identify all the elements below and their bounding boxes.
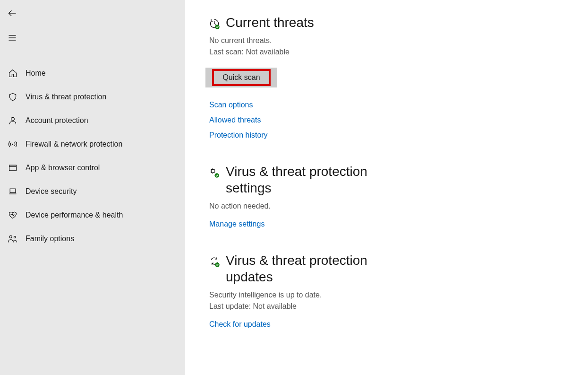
sidebar-item-label: Firewall & network protection: [21, 140, 122, 148]
main-content: Current threats No current threats. Last…: [185, 0, 588, 375]
svg-rect-6: [9, 165, 17, 171]
back-button[interactable]: [3, 4, 22, 23]
refresh-icon: [209, 252, 223, 267]
app-root: Home Virus & threat protection: [0, 0, 588, 375]
settings-status: No action needed.: [209, 202, 569, 210]
manage-settings-link[interactable]: Manage settings: [209, 220, 569, 228]
protection-settings-section: Virus & threat protection settings No ac…: [209, 163, 569, 228]
gears-icon: [209, 163, 223, 178]
svg-rect-8: [10, 189, 16, 192]
sidebar-item-label: Virus & threat protection: [21, 93, 106, 101]
protection-updates-title: Virus & threat protection updates: [226, 252, 401, 285]
window-icon: [5, 163, 21, 173]
sidebar-item-account[interactable]: Account protection: [0, 109, 185, 132]
svg-point-4: [11, 117, 15, 121]
sidebar-item-label: App & browser control: [21, 164, 100, 172]
svg-line-18: [214, 172, 215, 173]
sidebar-item-device-security[interactable]: Device security: [0, 180, 185, 203]
svg-line-20: [214, 169, 215, 170]
sidebar: Home Virus & threat protection: [0, 0, 185, 375]
svg-point-9: [9, 235, 12, 238]
sidebar-item-app-browser[interactable]: App & browser control: [0, 156, 185, 180]
svg-point-11: [215, 25, 219, 29]
sidebar-item-label: Family options: [21, 235, 74, 243]
allowed-threats-link[interactable]: Allowed threats: [209, 116, 569, 124]
quick-scan-button[interactable]: Quick scan: [212, 69, 270, 86]
sidebar-item-firewall[interactable]: Firewall & network protection: [0, 132, 185, 156]
threats-status-none: No current threats.: [209, 36, 569, 45]
current-threats-section: Current threats No current threats. Last…: [209, 14, 569, 140]
shield-icon: [5, 92, 21, 102]
person-icon: [5, 116, 21, 125]
arrow-left-icon: [8, 9, 17, 18]
sidebar-item-virus-threat[interactable]: Virus & threat protection: [0, 85, 185, 109]
sidebar-item-family[interactable]: Family options: [0, 227, 185, 251]
sidebar-item-label: Home: [21, 69, 46, 78]
sidebar-top: [0, 0, 185, 47]
history-shield-icon: [209, 14, 223, 29]
quick-scan-button-wrap: Quick scan: [205, 68, 277, 87]
sidebar-item-label: Account protection: [21, 116, 88, 125]
protection-updates-section: Virus & threat protection updates Securi…: [209, 252, 569, 329]
laptop-icon: [5, 187, 21, 196]
sidebar-item-performance[interactable]: Device performance & health: [0, 203, 185, 227]
svg-point-21: [214, 173, 219, 177]
check-updates-link[interactable]: Check for updates: [209, 320, 569, 329]
svg-point-10: [14, 236, 16, 238]
svg-line-19: [211, 172, 212, 173]
hamburger-button[interactable]: [3, 28, 22, 47]
threats-last-scan: Last scan: Not available: [209, 48, 569, 56]
sidebar-item-label: Device performance & health: [21, 211, 123, 219]
protection-settings-title: Virus & threat protection settings: [226, 163, 401, 196]
updates-status-uptodate: Security intelligence is up to date.: [209, 291, 569, 299]
sidebar-item-home[interactable]: Home: [0, 61, 185, 85]
sidebar-nav: Home Virus & threat protection: [0, 47, 185, 251]
hamburger-icon: [8, 33, 17, 43]
family-icon: [5, 234, 21, 244]
svg-point-22: [215, 262, 219, 267]
svg-point-5: [12, 144, 13, 145]
heart-icon: [5, 210, 21, 220]
antenna-icon: [5, 140, 21, 149]
scan-options-link[interactable]: Scan options: [209, 101, 569, 109]
sidebar-item-label: Device security: [21, 187, 77, 196]
updates-last-update: Last update: Not available: [209, 302, 569, 311]
protection-history-link[interactable]: Protection history: [209, 131, 569, 140]
home-icon: [5, 69, 21, 78]
svg-point-12: [211, 169, 214, 173]
svg-line-17: [211, 169, 212, 170]
current-threats-title: Current threats: [226, 14, 314, 31]
